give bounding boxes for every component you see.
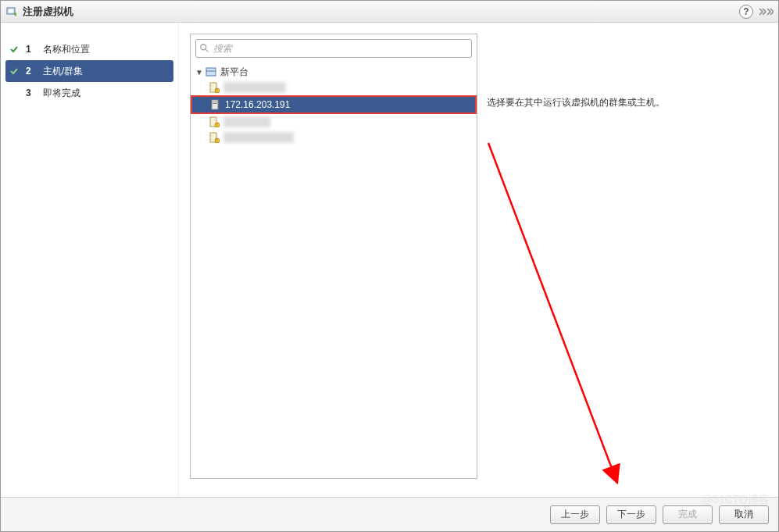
nav-arrows-icon[interactable] <box>758 7 774 16</box>
svg-line-3 <box>205 49 209 52</box>
dialog-title: 注册虚拟机 <box>23 5 73 19</box>
back-button[interactable]: 上一步 <box>550 505 600 524</box>
finish-button: 完成 <box>663 505 713 524</box>
step-number: 1 <box>26 44 38 55</box>
check-icon <box>9 44 20 55</box>
svg-rect-1 <box>9 9 13 12</box>
search-row <box>191 34 477 62</box>
main-panel: ▼ 新平台 ! <box>179 23 778 497</box>
info-panel: 选择要在其中运行该虚拟机的群集或主机。 <box>487 34 767 486</box>
step-host-cluster[interactable]: 2 主机/群集 <box>5 60 173 82</box>
cancel-button[interactable]: 取消 <box>719 505 769 524</box>
host-warning-icon: ! <box>208 116 220 128</box>
datacenter-icon <box>205 66 217 78</box>
tree-host-item-selected[interactable]: 172.16.203.191 <box>191 95 477 114</box>
step-label: 名称和位置 <box>43 43 90 56</box>
host-tree-panel: ▼ 新平台 ! <box>190 34 477 479</box>
step-label: 主机/群集 <box>43 65 83 78</box>
next-button[interactable]: 下一步 <box>606 505 656 524</box>
svg-point-2 <box>201 45 206 50</box>
dialog-body: 1 名称和位置 2 主机/群集 3 即将完成 <box>1 23 778 497</box>
tree-content: ▼ 新平台 ! <box>191 62 477 478</box>
host-icon <box>209 98 222 111</box>
tree-host-item[interactable]: ! <box>191 80 477 95</box>
step-name-location[interactable]: 1 名称和位置 <box>1 38 178 60</box>
vm-icon <box>5 5 18 18</box>
tree-root[interactable]: ▼ 新平台 <box>191 64 477 80</box>
svg-text:!: ! <box>216 88 217 93</box>
redacted-label <box>223 82 286 93</box>
collapse-icon[interactable]: ▼ <box>195 68 203 77</box>
search-icon <box>199 43 210 54</box>
info-text: 选择要在其中运行该虚拟机的群集或主机。 <box>487 97 665 108</box>
step-number: 2 <box>26 66 38 77</box>
svg-rect-10 <box>213 102 217 102</box>
redacted-label <box>223 116 270 127</box>
search-input[interactable] <box>213 43 468 54</box>
help-icon[interactable]: ? <box>739 5 753 19</box>
svg-text:!: ! <box>216 138 217 143</box>
register-vm-dialog: 注册虚拟机 ? 1 名称和位置 2 主机/群集 <box>0 0 779 532</box>
no-check-icon <box>9 87 20 98</box>
search-input-wrap[interactable] <box>195 39 472 58</box>
tree-host-item[interactable]: ! <box>191 114 477 130</box>
svg-text:!: ! <box>216 123 217 127</box>
check-icon <box>9 66 20 77</box>
dialog-titlebar: 注册虚拟机 ? <box>1 1 778 23</box>
host-warning-icon: ! <box>208 81 220 94</box>
wizard-steps: 1 名称和位置 2 主机/群集 3 即将完成 <box>1 23 179 497</box>
step-number: 3 <box>26 87 38 98</box>
tree-root-label: 新平台 <box>220 66 248 79</box>
button-bar: 上一步 下一步 完成 取消 <box>1 497 778 531</box>
step-ready-complete[interactable]: 3 即将完成 <box>1 82 178 104</box>
step-label: 即将完成 <box>43 87 80 100</box>
host-warning-icon: ! <box>208 131 220 144</box>
svg-rect-4 <box>206 68 216 76</box>
svg-rect-9 <box>212 100 218 109</box>
tree-host-label: 172.16.203.191 <box>225 99 290 110</box>
svg-rect-11 <box>213 103 217 104</box>
tree-host-item[interactable]: ! <box>191 130 477 145</box>
redacted-label <box>223 132 294 143</box>
